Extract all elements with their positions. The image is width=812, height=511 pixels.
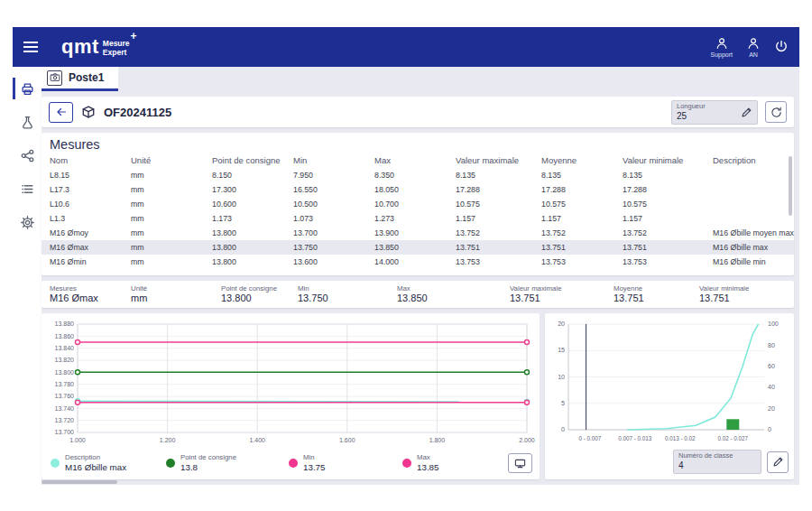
app-logo: qmt Mesure+ Expert: [61, 35, 136, 59]
table-cell: 13.753: [456, 257, 541, 266]
legend-dot-icon: [289, 459, 298, 468]
table-cell: M16 Ømoy: [50, 228, 131, 237]
legend-label: Min: [303, 454, 326, 461]
table-row[interactable]: L17.3mm17.30016.55018.05017.28817.28817.…: [42, 182, 794, 197]
measures-rows: L8.15mm8.1507.9508.3508.1358.1358.135L17…: [42, 168, 794, 269]
legend-item: DescriptionM16 Øbille max: [51, 454, 166, 472]
table-cell: mm: [131, 257, 212, 266]
numero-classe-field[interactable]: Numéro de classe 4: [673, 450, 761, 474]
svg-text:13.740: 13.740: [55, 405, 75, 412]
table-cell: L10.6: [50, 200, 131, 209]
table-row[interactable]: M16 Øminmm13.80013.60014.00013.75313.753…: [42, 255, 794, 269]
user-account-button[interactable]: AN: [747, 37, 760, 58]
table-cell: 10.575: [623, 200, 713, 209]
svg-text:13.800: 13.800: [55, 369, 75, 376]
table-cell: 13.850: [374, 243, 456, 252]
detail-field-label: Valeur maximale: [510, 285, 614, 293]
detail-field: MesuresM16 Ømax: [50, 285, 131, 304]
sidebar-item-print[interactable]: [13, 78, 42, 99]
table-cell: 16.550: [293, 185, 374, 194]
order-toolbar: OF20241125 Longueur 25: [42, 97, 794, 127]
legend-item: Point de consigne13.8: [166, 454, 289, 472]
table-cell: 13.800: [212, 257, 293, 266]
back-button[interactable]: [49, 102, 73, 123]
column-description: Description: [713, 155, 794, 165]
table-cell: 8.135: [541, 171, 623, 180]
svg-text:10: 10: [558, 374, 565, 380]
toolbar-right: Longueur 25: [671, 100, 787, 125]
svg-text:1.000: 1.000: [69, 437, 86, 443]
table-cell: 13.800: [212, 243, 293, 252]
table-cell: 1.157: [456, 214, 541, 223]
table-cell: mm: [131, 185, 212, 194]
support-button[interactable]: Support: [710, 37, 733, 58]
table-cell: 10.600: [212, 200, 293, 209]
horizontal-scrollbar[interactable]: [42, 480, 117, 484]
table-cell: M16 Øbille min: [713, 257, 794, 266]
longueur-value: 25: [677, 111, 706, 122]
table-row[interactable]: L1.3mm1.1731.0731.2731.1571.1571.157: [42, 211, 794, 226]
table-vertical-scrollbar[interactable]: [789, 156, 792, 216]
table-cell: 13.700: [293, 228, 374, 237]
user-initials-label: AN: [749, 51, 758, 58]
table-cell: 13.900: [374, 228, 456, 237]
svg-text:13.720: 13.720: [55, 417, 75, 423]
refresh-button[interactable]: [765, 101, 787, 123]
svg-text:13.700: 13.700: [55, 429, 75, 435]
svg-text:1.800: 1.800: [429, 437, 446, 443]
legend-dot-icon: [402, 459, 411, 468]
svg-text:13.760: 13.760: [55, 393, 75, 399]
svg-text:0 - 0.007: 0 - 0.007: [578, 435, 601, 441]
table-cell: mm: [131, 200, 212, 209]
table-row[interactable]: L8.15mm8.1507.9508.3508.1358.1358.135: [42, 168, 794, 182]
table-row[interactable]: L10.6mm10.60010.50010.70010.57510.57510.…: [42, 197, 794, 211]
table-cell: M16 Ømax: [50, 243, 131, 252]
table-cell: 13.750: [293, 243, 374, 252]
longueur-field[interactable]: Longueur 25: [671, 100, 758, 125]
hamburger-menu-button[interactable]: [23, 33, 51, 60]
table-cell: mm: [131, 214, 212, 223]
pencil-icon: [741, 107, 752, 118]
table-cell: 10.575: [456, 200, 541, 209]
table-row[interactable]: M16 Ømoymm13.80013.70013.90013.75213.752…: [42, 226, 794, 240]
legend-value: 13.85: [417, 463, 439, 472]
sidebar-item-list[interactable]: [13, 178, 42, 200]
detail-field-value: 13.751: [510, 293, 614, 303]
svg-text:0: 0: [768, 426, 771, 432]
legend-value: M16 Øbille max: [65, 463, 126, 472]
table-cell: 10.700: [374, 200, 456, 209]
svg-text:1.600: 1.600: [339, 437, 355, 443]
table-cell: M16 Øbille moyen max: [713, 228, 794, 237]
svg-text:1.200: 1.200: [160, 437, 176, 443]
table-cell: 13.600: [293, 257, 374, 266]
edit-longueur-button[interactable]: [741, 107, 752, 118]
legend-value: 13.75: [303, 463, 326, 472]
chart-legend: DescriptionM16 Øbille maxPoint de consig…: [51, 453, 532, 473]
table-cell: 1.173: [212, 214, 293, 223]
power-logout-button[interactable]: [774, 40, 789, 54]
numero-classe-label: Numéro de classe: [678, 452, 733, 460]
support-person-icon: [715, 37, 728, 50]
detail-field-label: Min: [298, 285, 397, 293]
table-row[interactable]: M16 Ømaxmm13.80013.75013.85013.75113.751…: [42, 240, 794, 255]
detail-field-label: Max: [397, 285, 510, 293]
table-cell: 1.273: [374, 214, 456, 223]
legend-label: Description: [65, 454, 126, 461]
logo-subtitle: Mesure+ Expert: [103, 37, 136, 58]
sidebar-item-measure[interactable]: [13, 111, 42, 133]
logo-plus: +: [131, 30, 137, 42]
detail-field-label: Moyenne: [614, 285, 699, 293]
sidebar-item-share[interactable]: [13, 144, 42, 166]
legend-label: Max: [417, 454, 439, 461]
column-nom: Nom: [50, 155, 131, 165]
selected-measure-detail: MesuresM16 ØmaxUnitémmPoint de consigne1…: [42, 281, 794, 308]
chart-display-button[interactable]: [508, 453, 532, 473]
left-sidebar: [13, 67, 42, 485]
edit-classe-button[interactable]: [767, 451, 789, 473]
sidebar-item-settings[interactable]: [13, 211, 42, 233]
legend-item: Max13.85: [402, 454, 502, 472]
tab-poste1[interactable]: Poste1: [42, 67, 118, 91]
table-cell: 17.288: [541, 185, 623, 194]
table-cell: mm: [131, 171, 212, 180]
table-cell: 17.300: [212, 185, 293, 194]
